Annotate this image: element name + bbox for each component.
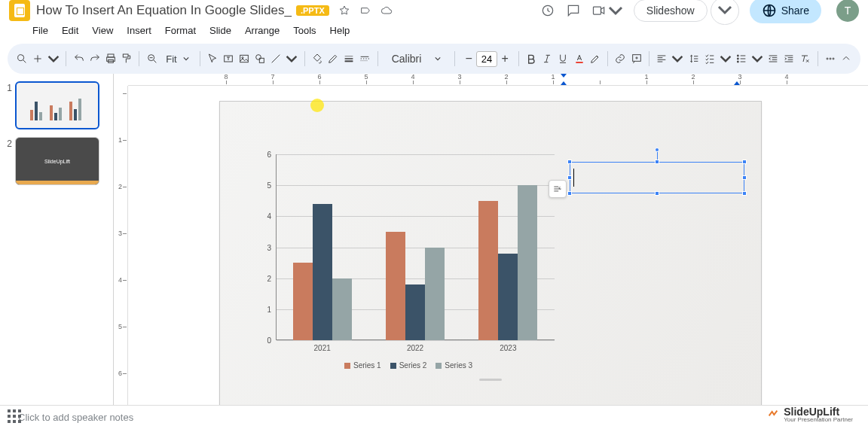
notes-resize-handle[interactable] [479, 379, 502, 381]
document-title[interactable]: How To Insert An Equation In Google Slid… [36, 3, 292, 18]
canvas-area: 876543211234 123456 Series 1Series 2Seri… [113, 74, 868, 405]
star-icon[interactable] [338, 5, 350, 17]
bold-button[interactable] [525, 49, 538, 68]
resize-handle-bl[interactable] [567, 191, 572, 196]
menu-slide[interactable]: Slide [204, 23, 237, 38]
text-color-button[interactable] [573, 49, 585, 68]
svg-rect-14 [576, 62, 582, 63]
line-tool[interactable] [270, 49, 283, 68]
link-button[interactable] [614, 49, 627, 68]
thumbnail-panel: 1 2 SlideUpLift [0, 74, 113, 405]
menu-file[interactable]: File [27, 23, 53, 38]
grid-view-icon[interactable] [8, 409, 21, 423]
resize-handle-ml[interactable] [567, 175, 572, 180]
selected-textbox[interactable] [570, 162, 744, 193]
resize-handle-tm[interactable] [655, 160, 659, 164]
zoom-out-button[interactable] [145, 49, 158, 68]
new-slide-button[interactable] [31, 49, 44, 68]
textbox-tool[interactable] [222, 49, 234, 68]
image-tool[interactable] [238, 49, 251, 68]
menu-edit[interactable]: Edit [57, 23, 84, 38]
resize-handle-mr[interactable] [742, 175, 747, 180]
fill-color-button[interactable] [311, 49, 324, 68]
menu-format[interactable]: Format [160, 23, 201, 38]
paint-format-button[interactable] [120, 49, 133, 68]
slideshow-dropdown[interactable] [711, 0, 739, 25]
border-weight-button[interactable] [343, 49, 356, 68]
main-workspace: 1 2 SlideUpLift 876543211234 123456 [0, 74, 868, 405]
clear-formatting-button[interactable] [799, 49, 811, 68]
indent-decrease-button[interactable] [767, 49, 780, 68]
font-size-decrease[interactable]: − [461, 52, 476, 65]
line-dropdown[interactable] [286, 49, 298, 68]
shape-tool[interactable] [254, 49, 267, 68]
menu-view[interactable]: View [87, 23, 118, 38]
meet-icon[interactable] [591, 3, 623, 18]
collapse-toolbar-button[interactable] [840, 49, 853, 68]
menu-arrange[interactable]: Arrange [240, 23, 285, 38]
pptx-badge: .PPTX [296, 5, 329, 16]
select-tool[interactable] [206, 49, 219, 68]
thumbnail-2[interactable]: SlideUpLift [15, 137, 99, 185]
menu-insert[interactable]: Insert [121, 23, 157, 38]
search-menus-icon[interactable] [15, 49, 28, 68]
history-icon[interactable] [540, 3, 555, 18]
svg-rect-10 [240, 55, 249, 62]
highlight-button[interactable] [588, 49, 601, 68]
undo-button[interactable] [72, 49, 85, 68]
resize-handle-tl[interactable] [567, 160, 572, 164]
chart-object[interactable]: Series 1Series 2Series 3 012345620212022… [250, 154, 567, 373]
font-size-control: − + [461, 51, 512, 67]
more-button[interactable] [824, 49, 837, 68]
comments-icon[interactable] [566, 3, 581, 18]
resize-handle-tr[interactable] [742, 160, 747, 164]
cloud-icon[interactable] [381, 5, 393, 17]
font-size-input[interactable] [476, 51, 497, 67]
checklist-dropdown[interactable] [719, 49, 732, 68]
border-color-button[interactable] [327, 49, 340, 68]
share-button[interactable]: Share [750, 0, 821, 23]
line-spacing-button[interactable] [687, 49, 700, 68]
slide-canvas[interactable]: Series 1Series 2Series 3 012345620212022… [219, 101, 762, 405]
text-wrap-icon[interactable] [549, 180, 567, 198]
underline-button[interactable] [557, 49, 570, 68]
thumb-number: 2 [5, 138, 12, 149]
move-icon[interactable] [359, 5, 371, 17]
svg-point-18 [737, 61, 738, 62]
checklist-button[interactable] [703, 49, 716, 68]
slides-logo[interactable] [9, 0, 30, 21]
font-size-increase[interactable]: + [497, 52, 512, 65]
svg-point-19 [827, 58, 828, 59]
svg-point-16 [737, 55, 738, 56]
indent-increase-button[interactable] [783, 49, 796, 68]
svg-point-17 [737, 58, 738, 59]
resize-handle-bm[interactable] [655, 191, 659, 196]
thumbnail-1[interactable] [15, 81, 99, 129]
menu-tools[interactable]: Tools [288, 23, 321, 38]
title-bar: How To Insert An Equation In Google Slid… [0, 0, 868, 21]
align-button[interactable] [656, 49, 668, 68]
text-cursor [573, 169, 574, 187]
speaker-notes[interactable]: Click to add speaker notes [0, 405, 868, 429]
menu-help[interactable]: Help [325, 23, 356, 38]
slideshow-button[interactable]: Slideshow [634, 0, 708, 22]
font-select[interactable]: Calibri [384, 51, 449, 66]
bulleted-list-dropdown[interactable] [750, 49, 763, 68]
svg-rect-1 [593, 7, 601, 14]
zoom-select[interactable]: Fit [161, 52, 193, 66]
rotation-handle[interactable] [655, 148, 659, 152]
new-slide-dropdown[interactable] [47, 49, 60, 68]
slide-viewport[interactable]: Series 1Series 2Series 3 012345620212022… [113, 86, 868, 405]
horizontal-ruler[interactable]: 876543211234 [128, 74, 868, 86]
vertical-ruler[interactable]: 123456 [116, 86, 128, 405]
bulleted-list-button[interactable] [735, 49, 747, 68]
align-dropdown[interactable] [671, 49, 684, 68]
comment-button[interactable] [630, 49, 643, 68]
print-button[interactable] [104, 49, 117, 68]
redo-button[interactable] [88, 49, 101, 68]
italic-button[interactable] [541, 49, 554, 68]
account-avatar[interactable]: T [836, 0, 859, 22]
resize-handle-br[interactable] [742, 191, 747, 196]
border-dash-button[interactable] [359, 49, 371, 68]
svg-point-20 [830, 58, 831, 59]
